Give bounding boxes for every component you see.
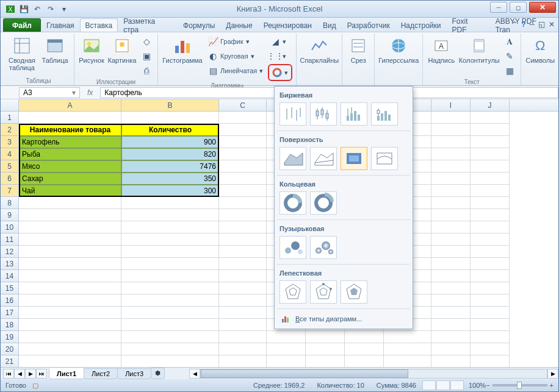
surface-chart-2[interactable] — [310, 147, 337, 170]
workbook-restore-icon[interactable]: ◱ — [538, 20, 545, 29]
cell[interactable]: 820 — [121, 148, 219, 160]
slicer-button[interactable]: Срез — [346, 35, 370, 64]
hscroll-left[interactable]: ◀ — [189, 369, 200, 379]
tab-formulas[interactable]: Формулы — [178, 18, 220, 32]
col-header-a[interactable]: A — [19, 99, 121, 111]
workbook-minimize-icon[interactable]: ─ — [529, 20, 535, 29]
row-header[interactable]: 5 — [1, 160, 19, 173]
zoom-slider[interactable] — [492, 384, 547, 387]
tab-data[interactable]: Данные — [220, 18, 258, 32]
sheet-tab-1[interactable]: Лист1 — [49, 368, 84, 379]
table-button[interactable]: Таблица — [40, 35, 70, 64]
surface-chart-4[interactable] — [371, 147, 398, 170]
row-header[interactable]: 19 — [1, 331, 19, 343]
line-chart-button[interactable]: 📈График ▾ — [206, 35, 265, 48]
stock-chart-1[interactable] — [280, 102, 306, 126]
hyperlink-button[interactable]: Гиперссылка — [378, 35, 419, 64]
cell[interactable]: 7476 — [121, 160, 219, 173]
zoom-level[interactable]: 100% — [469, 382, 486, 389]
wordart-button[interactable]: 𝐀 — [502, 35, 517, 48]
row-header[interactable]: 21 — [1, 355, 19, 368]
select-all-corner[interactable] — [1, 99, 19, 111]
smartart-button[interactable]: ▣ — [139, 49, 154, 63]
cell[interactable]: Чай — [19, 185, 121, 197]
sparklines-button[interactable]: Спарклайны — [300, 35, 338, 64]
sheet-nav-last[interactable]: ⏭ — [36, 369, 47, 379]
workbook-close-icon[interactable]: ✕ — [549, 20, 555, 29]
view-page-layout[interactable] — [436, 380, 450, 390]
row-header[interactable]: 3 — [1, 136, 19, 148]
col-header-c[interactable]: C — [219, 99, 267, 111]
doughnut-chart-2[interactable] — [310, 191, 337, 215]
cell[interactable]: 900 — [121, 136, 219, 148]
bubble-chart-1[interactable] — [280, 236, 306, 259]
stock-chart-4[interactable] — [371, 102, 398, 126]
all-chart-types-button[interactable]: Все типы диаграмм... — [275, 309, 413, 329]
other-charts-button[interactable]: ▾ — [268, 64, 292, 81]
row-header[interactable]: 10 — [1, 221, 19, 233]
row-header[interactable]: 8 — [1, 197, 19, 209]
row-header[interactable]: 13 — [1, 258, 19, 270]
row-header[interactable]: 1 — [1, 112, 19, 124]
column-chart-button[interactable]: Гистограмма — [162, 35, 203, 64]
undo-icon[interactable]: ↶ — [31, 3, 43, 15]
cell[interactable]: Количество — [121, 124, 219, 136]
close-button[interactable]: ✕ — [529, 2, 556, 13]
cell[interactable]: Рыба — [19, 148, 121, 160]
radar-chart-3[interactable] — [341, 280, 367, 304]
hscroll-track[interactable] — [200, 369, 547, 379]
row-header[interactable]: 20 — [1, 343, 19, 355]
stock-chart-2[interactable] — [310, 102, 337, 126]
header-footer-button[interactable]: Колонтитулы — [458, 35, 500, 64]
tab-addins[interactable]: Надстройки — [395, 18, 447, 32]
picture-button[interactable]: Рисунок — [78, 35, 105, 64]
redo-icon[interactable]: ↷ — [45, 3, 57, 15]
name-box[interactable]: A3▾ — [19, 87, 80, 98]
radar-chart-1[interactable] — [280, 280, 306, 304]
radar-chart-2[interactable] — [310, 280, 337, 304]
sheet-nav-first[interactable]: ⏮ — [3, 369, 14, 379]
tab-view[interactable]: Вид — [317, 18, 342, 32]
cell[interactable]: 300 — [121, 185, 219, 197]
row-header[interactable]: 16 — [1, 294, 19, 307]
row-header[interactable]: 12 — [1, 246, 19, 258]
cell[interactable]: Картофель — [19, 136, 121, 148]
object-button[interactable]: ▦ — [502, 64, 517, 77]
excel-icon[interactable]: X — [4, 3, 16, 15]
row-header[interactable]: 18 — [1, 319, 19, 331]
row-header[interactable]: 17 — [1, 307, 19, 319]
row-header[interactable]: 7 — [1, 185, 19, 197]
bubble-chart-2[interactable] — [310, 236, 337, 259]
signature-button[interactable]: ✎ — [502, 49, 517, 63]
save-icon[interactable]: 💾 — [18, 3, 30, 15]
new-sheet-button[interactable]: ✽ — [151, 368, 165, 379]
row-header[interactable]: 15 — [1, 282, 19, 294]
col-header-b[interactable]: B — [121, 99, 219, 111]
tab-home[interactable]: Главная — [41, 18, 80, 32]
surface-chart-3[interactable] — [341, 147, 367, 170]
col-header-i[interactable]: I — [431, 99, 471, 111]
sheet-tab-2[interactable]: Лист2 — [84, 368, 118, 379]
tab-page-layout[interactable]: Разметка стра — [118, 18, 178, 32]
tab-review[interactable]: Рецензирован — [258, 18, 317, 32]
cell[interactable]: 350 — [121, 173, 219, 185]
scatter-chart-button[interactable]: ⋮⋮▾ — [268, 49, 292, 63]
cell[interactable]: Сахар — [19, 173, 121, 185]
symbols-button[interactable]: Ω Символы — [525, 35, 555, 64]
view-normal[interactable] — [422, 380, 436, 390]
row-header[interactable]: 2 — [1, 124, 19, 136]
row-header[interactable]: 11 — [1, 233, 19, 246]
help-icon[interactable]: ? — [521, 20, 525, 29]
row-header[interactable]: 9 — [1, 209, 19, 221]
minimize-button[interactable]: ─ — [490, 2, 507, 13]
doughnut-chart-1[interactable] — [280, 191, 306, 215]
col-header-j[interactable]: J — [471, 99, 510, 111]
tab-developer[interactable]: Разработчик — [342, 18, 395, 32]
shapes-button[interactable]: ◇ — [139, 35, 154, 48]
qat-more-icon[interactable]: ▾ — [58, 3, 70, 15]
tab-file[interactable]: Файл — [3, 18, 41, 32]
row-header[interactable]: 6 — [1, 173, 19, 185]
minimize-ribbon-icon[interactable]: ⌃ — [511, 20, 518, 29]
screenshot-button[interactable]: ⎙ — [139, 64, 154, 77]
maximize-button[interactable]: ◻ — [510, 2, 527, 13]
